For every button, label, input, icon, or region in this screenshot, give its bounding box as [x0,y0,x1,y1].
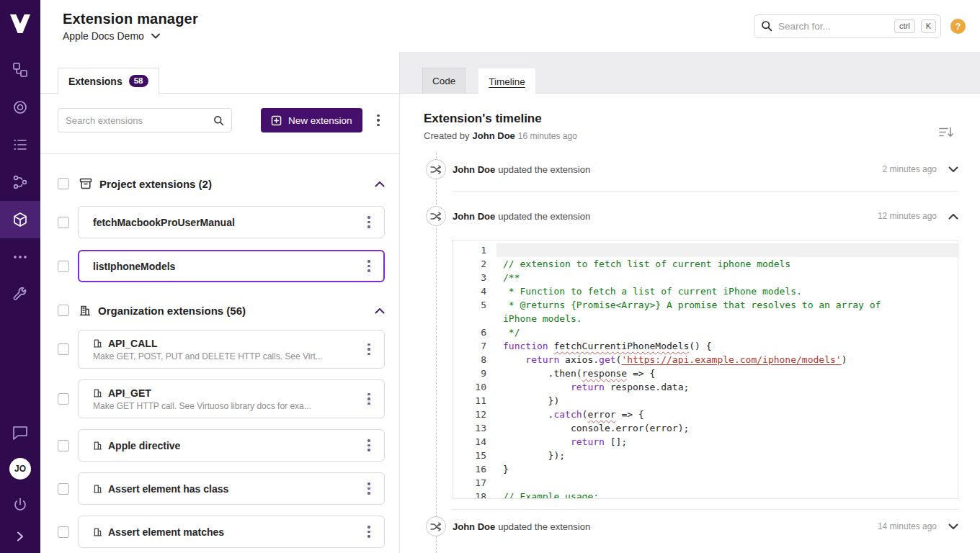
top-bar-right: ctrl K ? [754,14,966,38]
event-actor: John Doe [453,164,495,175]
sidebar-nav [0,51,40,313]
timeline-event[interactable]: John Doe updated the extension 14 minute… [453,516,958,536]
tab-timeline[interactable]: Timeline [478,68,535,94]
sidebar-item-journeys[interactable] [0,51,40,89]
extensions-search[interactable] [58,108,232,132]
sidebar: JO [0,0,40,553]
global-search[interactable]: ctrl K [754,14,941,38]
extension-row: Assert element matches [58,516,385,548]
code-line: 3/** [453,271,958,284]
chevron-down-icon[interactable] [948,166,958,173]
flow-icon [12,174,28,190]
sidebar-item-extensions[interactable] [0,201,40,238]
code-line: 17 [453,476,958,490]
extension-card-assert-element-has-class[interactable]: Assert element has class [78,472,385,505]
tab-code-label: Code [432,76,455,86]
code-line: 9 .then(response => { [453,367,958,380]
extension-card-assert-element-matches[interactable]: Assert element matches [78,516,385,548]
card-more-vertical-icon[interactable] [362,439,375,451]
chevron-down-icon[interactable] [948,523,958,530]
card-more-vertical-icon[interactable] [362,393,375,405]
chevron-up-icon[interactable] [375,181,385,187]
extension-type-icon [93,441,102,450]
extension-checkbox[interactable] [58,217,69,228]
page-title: Extension manager [63,11,198,27]
search-icon [213,115,224,126]
detail-tab-bar: Code Timeline [400,52,980,94]
card-more-vertical-icon[interactable] [362,482,375,495]
project-selector[interactable]: Apple Docs Demo [63,30,198,42]
code-viewer[interactable]: 12// extension to fetch list of current … [453,240,958,499]
event-time: 2 minutes ago [883,164,937,174]
card-more-vertical-icon[interactable] [362,526,375,538]
tab-extensions[interactable]: Extensions 58 [58,68,159,94]
extension-checkbox[interactable] [58,261,69,272]
sort-descending-icon[interactable] [939,127,953,138]
divider [40,153,399,154]
extension-checkbox[interactable] [58,393,69,405]
code-line: 2// extension to fetch list of current i… [453,257,958,271]
chevron-up-icon[interactable] [948,213,958,220]
virtuoso-logo-icon[interactable] [10,13,30,35]
extension-checkbox[interactable] [58,526,69,538]
extensions-search-input[interactable] [66,115,208,126]
event-actor: John Doe [453,211,495,222]
sidebar-item-goals[interactable] [0,89,40,126]
divider [453,509,958,510]
timeline-event[interactable]: John Doe updated the extension 2 minutes… [453,159,958,179]
project-selector-label: Apple Docs Demo [63,30,144,42]
extension-card-listiphonemodels[interactable]: listIphoneModels [78,250,385,282]
extension-checkbox[interactable] [58,483,69,495]
extensions-panel: Extensions 58 New extension [40,52,400,553]
card-main: Assert element matches [93,526,362,538]
chevron-up-icon[interactable] [375,307,385,314]
extension-card-apple-directive[interactable]: Apple directive [78,429,385,462]
extension-title: Assert element has class [108,483,228,495]
extensions-tab-bar: Extensions 58 [40,52,399,94]
help-button[interactable]: ? [950,19,966,34]
app-window: JO Extension manager Apple Docs Demo [0,0,980,553]
chevron-down-icon [151,33,160,39]
extension-title: API_CALL [108,338,157,349]
power-icon[interactable] [12,497,28,513]
sidebar-item-executions[interactable] [0,126,40,163]
sidebar-item-more[interactable] [0,238,40,276]
extension-checkbox[interactable] [58,343,69,355]
section-project-extensions: Project extensions (2) [58,173,385,194]
extension-row: fetchMacbookProUserManual [58,206,385,238]
top-bar: Extension manager Apple Docs Demo ctrl K… [40,0,980,52]
section-title: Project extensions (2) [99,178,212,190]
sidebar-item-flows[interactable] [0,163,40,201]
card-more-vertical-icon[interactable] [362,260,375,272]
new-extension-button[interactable]: New extension [261,108,362,132]
tab-code[interactable]: Code [422,68,466,93]
timeline-event[interactable]: John Doe updated the extension 12 minute… [453,206,958,226]
section-checkbox[interactable] [58,305,69,316]
card-more-vertical-icon[interactable] [362,216,375,228]
code-line: 10 return response.data; [453,380,958,394]
divider [453,191,958,192]
card-main: API_GET Make GET HTTP call. See Virtuoso… [93,387,362,411]
user-avatar[interactable]: JO [9,458,31,480]
sidebar-item-tools[interactable] [0,276,40,313]
wrench-icon [12,287,28,302]
chat-icon[interactable] [12,425,29,441]
byline-author: John Doe [473,130,515,141]
section-title: Organization extensions (56) [98,305,246,317]
event-actor: John Doe [453,521,495,532]
byline-time: 16 minutes ago [518,131,577,141]
expand-sidebar-icon[interactable] [14,530,27,543]
extension-card-api-call[interactable]: API_CALL Make GET, POST, PUT and DELETE … [78,330,385,369]
extension-title: listIphoneModels [93,261,175,272]
shuffle-icon [426,206,446,226]
extension-checkbox[interactable] [58,440,69,451]
panel-more-vertical-icon[interactable] [372,114,385,127]
global-search-input[interactable] [778,21,888,32]
extension-card-fetchmacbookprousermanual[interactable]: fetchMacbookProUserManual [78,206,385,238]
extension-card-api-get[interactable]: API_GET Make GET HTTP call. See Virtuoso… [78,379,385,418]
event-action: updated the extension [498,521,590,532]
card-more-vertical-icon[interactable] [362,343,375,356]
code-line: 11 }) [453,394,958,408]
code-line: 7function fetchCurrentiPhoneModels() { [453,339,958,353]
section-checkbox[interactable] [58,178,69,189]
